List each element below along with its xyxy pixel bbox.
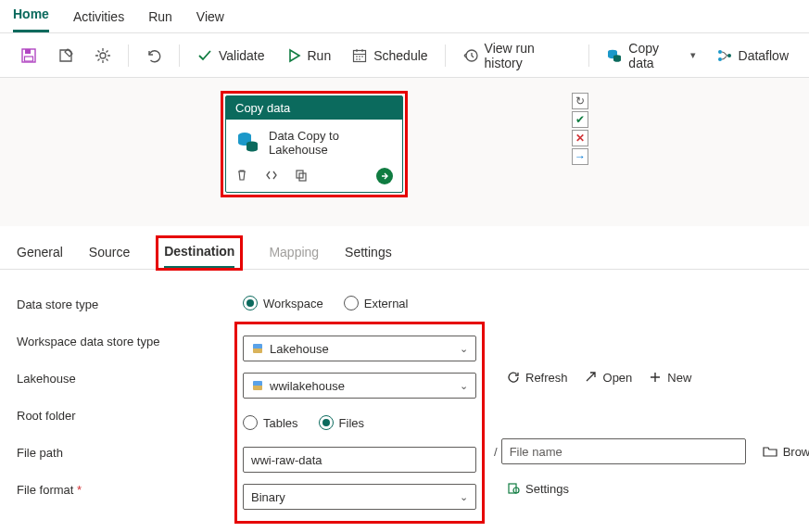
- root-folder-label: Root folder: [17, 407, 243, 423]
- tab-run[interactable]: Run: [148, 2, 172, 32]
- play-icon: [285, 47, 302, 64]
- tab-source[interactable]: Source: [89, 239, 130, 269]
- highlight-destination-config: Lakehouse ⌄ wwilakehouse ⌄ Tables: [234, 322, 485, 524]
- activity-name: Data Copy to Lakehouse: [269, 129, 393, 157]
- undo-button[interactable]: [136, 42, 171, 70]
- workspace-store-type-select[interactable]: Lakehouse ⌄: [243, 336, 476, 361]
- copy-icon[interactable]: [295, 169, 310, 184]
- external-radio-label: External: [364, 297, 409, 310]
- svg-rect-15: [509, 484, 516, 493]
- divider: [128, 44, 129, 67]
- copy-data-activity[interactable]: Copy data Data Copy to Lakehouse: [225, 95, 403, 193]
- file-format-label: File format *: [17, 481, 243, 497]
- save-button[interactable]: [11, 42, 46, 70]
- save-as-icon: [57, 47, 74, 64]
- view-run-history-button[interactable]: View run history: [453, 35, 582, 76]
- chevron-down-icon: ⌄: [460, 491, 468, 503]
- svg-point-3: [100, 53, 106, 58]
- pipeline-canvas[interactable]: Copy data Data Copy to Lakehouse: [0, 78, 809, 226]
- validate-label: Validate: [219, 48, 265, 63]
- file-path-input[interactable]: wwi-raw-data: [243, 447, 476, 473]
- check-icon: [196, 47, 213, 64]
- lakehouse-label: Lakehouse: [17, 370, 243, 386]
- svg-rect-2: [25, 57, 33, 61]
- chevron-down-icon: ⌄: [460, 343, 468, 355]
- activity-title: Copy data: [226, 96, 402, 120]
- database-icon: [235, 130, 259, 157]
- history-icon: [462, 47, 479, 64]
- handle-completion-icon[interactable]: →: [572, 148, 588, 165]
- tab-view[interactable]: View: [196, 2, 224, 32]
- tab-destination[interactable]: Destination: [164, 238, 234, 268]
- files-radio[interactable]: Files: [319, 415, 364, 430]
- validate-button[interactable]: Validate: [187, 42, 274, 70]
- tab-activities[interactable]: Activities: [73, 2, 124, 32]
- run-label: Run: [308, 48, 332, 63]
- ws-type-label: Workspace data store type: [17, 333, 243, 348]
- history-label: View run history: [485, 41, 573, 70]
- code-icon[interactable]: [265, 169, 280, 184]
- copy-data-label: Copy data: [628, 41, 684, 70]
- tab-home[interactable]: Home: [13, 0, 49, 32]
- chevron-down-icon: ⌄: [460, 380, 468, 392]
- run-button[interactable]: Run: [276, 42, 341, 70]
- gear-icon: [95, 47, 111, 64]
- open-button[interactable]: Open: [585, 371, 633, 385]
- save-icon: [20, 47, 37, 64]
- file-path-label: File path: [17, 444, 243, 460]
- tab-settings[interactable]: Settings: [345, 239, 392, 269]
- file-name-input[interactable]: File name: [501, 438, 746, 464]
- path-separator: /: [490, 445, 501, 459]
- svg-rect-1: [25, 49, 31, 54]
- svg-point-9: [718, 57, 722, 61]
- files-radio-label: Files: [339, 416, 364, 430]
- chevron-down-icon: ▾: [690, 49, 696, 61]
- undo-icon: [145, 47, 162, 64]
- external-radio[interactable]: External: [344, 296, 409, 310]
- svg-point-10: [727, 54, 731, 57]
- data-store-type-label: Data store type: [17, 296, 243, 311]
- svg-point-8: [718, 50, 722, 54]
- delete-icon[interactable]: [235, 169, 250, 184]
- lakehouse-select[interactable]: wwilakehouse ⌄: [243, 373, 476, 399]
- handle-fail-icon[interactable]: ✕: [572, 130, 588, 146]
- tables-radio[interactable]: Tables: [243, 415, 298, 430]
- file-format-select[interactable]: Binary ⌄: [243, 484, 476, 510]
- browse-button[interactable]: Browse: [763, 445, 809, 459]
- divider: [179, 44, 180, 67]
- highlight-destination-tab: Destination: [156, 235, 243, 271]
- settings-button[interactable]: [85, 42, 120, 70]
- dataflow-label: Dataflow: [739, 48, 789, 63]
- workspace-radio-label: Workspace: [263, 297, 323, 310]
- format-settings-button[interactable]: Settings: [507, 482, 569, 496]
- save-as-button[interactable]: [48, 42, 83, 70]
- calendar-icon: [351, 47, 368, 64]
- new-button[interactable]: New: [649, 371, 691, 385]
- workspace-radio[interactable]: Workspace: [243, 296, 323, 310]
- schedule-label: Schedule: [373, 48, 427, 63]
- schedule-button[interactable]: Schedule: [342, 42, 436, 70]
- handle-loop-icon[interactable]: ↻: [572, 93, 588, 109]
- handle-success-icon[interactable]: ✔: [572, 111, 588, 128]
- divider: [445, 44, 446, 67]
- tables-radio-label: Tables: [263, 416, 298, 430]
- tab-general[interactable]: General: [17, 239, 63, 269]
- highlight-activity: Copy data Data Copy to Lakehouse: [221, 91, 408, 197]
- dataflow-icon: [716, 47, 733, 64]
- run-activity-icon[interactable]: [376, 168, 393, 184]
- dataflow-button[interactable]: Dataflow: [707, 42, 798, 70]
- tab-mapping[interactable]: Mapping: [269, 239, 319, 269]
- divider: [588, 44, 589, 67]
- database-icon: [606, 47, 623, 64]
- copy-data-button[interactable]: Copy data ▾: [597, 35, 704, 76]
- refresh-button[interactable]: Refresh: [507, 371, 568, 385]
